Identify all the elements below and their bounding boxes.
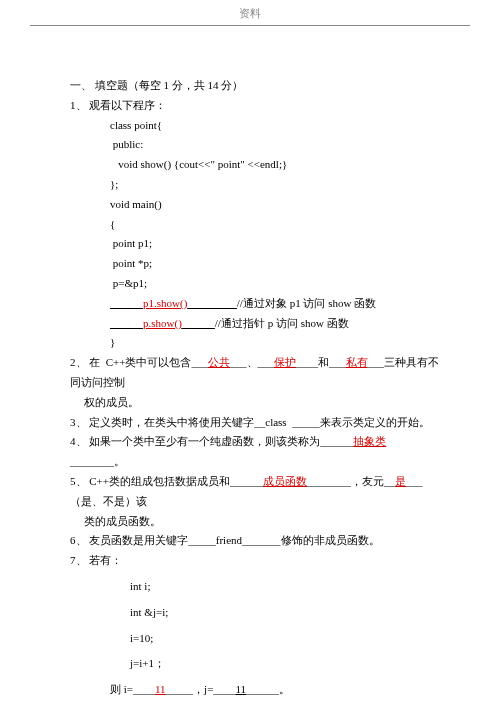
q1-comment-1: //通过对象 p1 访问 show 函数 <box>237 297 376 309</box>
blank-underline: _________ <box>187 297 237 309</box>
q7-res-mid: _____，j=____ <box>166 683 236 695</box>
q7-code-1: int i; <box>70 577 440 597</box>
q2-answer-1: 公共 <box>208 356 230 368</box>
blank-underline: ______ <box>110 317 143 329</box>
q2-pre: 2、 在 C++类中可以包含___ <box>70 356 208 368</box>
q7-answer-1: 11 <box>155 683 166 695</box>
q1-code-5: { <box>70 215 440 235</box>
page: 资料 一、 填空题（每空 1 分，共 14 分） 1、 观看以下程序： clas… <box>0 0 500 706</box>
section-title: 一、 填空题（每空 1 分，共 14 分） <box>70 76 440 96</box>
blank-underline: ______ <box>110 297 143 309</box>
q7-result: 则 i=____11_____，j=____11______。 <box>70 680 440 700</box>
q4-pre: 4、 如果一个类中至少有一个纯虚函数，则该类称为______ <box>70 435 353 447</box>
q1-code-0: class point{ <box>70 116 440 136</box>
q1-blank-1: ______p1.show()_________//通过对象 p1 访问 sho… <box>70 294 440 314</box>
q2-line2: 权的成员。 <box>70 393 440 413</box>
q7-code-2: int &j=i; <box>70 603 440 623</box>
q1-code-8: p=&p1; <box>70 274 440 294</box>
q7-code-4: j=i+1； <box>70 654 440 674</box>
q4-post: ________。 <box>70 455 125 467</box>
q1-code-3: }; <box>70 175 440 195</box>
q1-code-1: public: <box>70 135 440 155</box>
q1-answer-2: p.show() <box>143 317 182 329</box>
q4: 4、 如果一个类中至少有一个纯虚函数，则该类称为______抽象类_______… <box>70 432 440 472</box>
q5-line2: 类的成员函数。 <box>70 512 440 532</box>
q5-mid: ________，友元__ <box>307 475 395 487</box>
q4-answer: 抽象类 <box>353 435 386 447</box>
q7-answer-2: 11 <box>235 683 246 695</box>
q1-code-4: void main() <box>70 195 440 215</box>
q5-pre: 5、 C++类的组成包括数据成员和______ <box>70 475 263 487</box>
q6: 6、 友员函数是用关键字_____friend_______修饰的非成员函数。 <box>70 531 440 551</box>
q2-mid1: ___、___ <box>230 356 274 368</box>
q7-res-post: ______。 <box>246 683 290 695</box>
q1-code-2: void show() {cout<<" point" <<endl;} <box>70 155 440 175</box>
q7-code-3: i=10; <box>70 629 440 649</box>
q2-line1: 2、 在 C++类中可以包含___公共___、___保护____和___私有__… <box>70 353 440 393</box>
q3: 3、 定义类时，在类头中将使用关键字__class _____来表示类定义的开始… <box>70 413 440 433</box>
q1-close: } <box>70 333 440 353</box>
q1-code-7: point *p; <box>70 254 440 274</box>
spacer <box>70 700 440 706</box>
q1-answer-1: p1.show() <box>143 297 187 309</box>
q2-answer-3: 私有 <box>346 356 368 368</box>
q7-res-pre: 则 i=____ <box>110 683 155 695</box>
q1-comment-2: //通过指针 p 访问 show 函数 <box>215 317 349 329</box>
q5-answer-2: 是 <box>395 475 406 487</box>
page-header-title: 资料 <box>0 0 500 21</box>
blank-underline: ______ <box>182 317 215 329</box>
q1-code-6: point p1; <box>70 234 440 254</box>
document-body: 一、 填空题（每空 1 分，共 14 分） 1、 观看以下程序： class p… <box>0 26 500 706</box>
q1-blank-2: ______p.show()______//通过指针 p 访问 show 函数 <box>70 314 440 334</box>
q5-line1: 5、 C++类的组成包括数据成员和______成员函数________，友元__… <box>70 472 440 512</box>
q7-label: 7、 若有： <box>70 551 440 571</box>
q1-label: 1、 观看以下程序： <box>70 96 440 116</box>
q5-answer-1: 成员函数 <box>263 475 307 487</box>
q2-answer-2: 保护 <box>274 356 296 368</box>
q2-mid2: ____和___ <box>296 356 346 368</box>
